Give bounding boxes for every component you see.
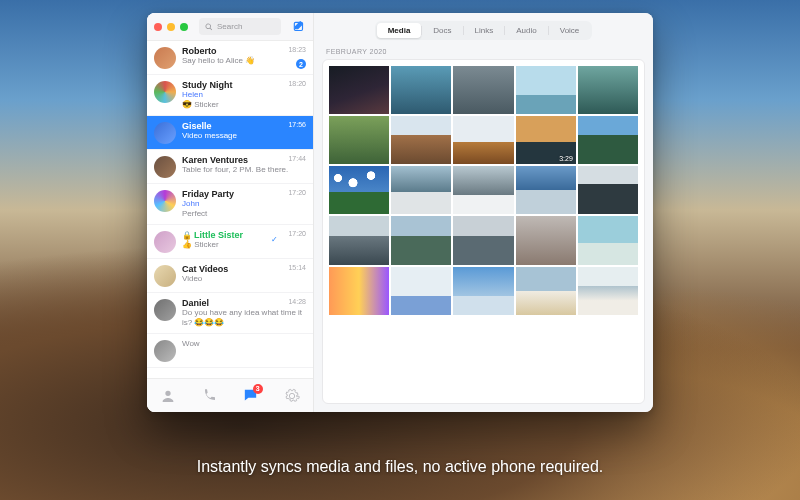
chat-list[interactable]: RobertoSay hello to Alice 👋18:232Study N… (147, 41, 313, 378)
media-thumbnail[interactable] (453, 116, 513, 164)
media-thumbnail[interactable] (453, 66, 513, 114)
media-thumbnail[interactable] (516, 66, 576, 114)
media-thumbnail[interactable] (329, 267, 389, 315)
tab-calls[interactable] (199, 386, 219, 406)
media-thumbnail[interactable] (329, 166, 389, 214)
chat-item[interactable]: RobertoSay hello to Alice 👋18:232 (147, 41, 313, 75)
compose-button[interactable] (292, 20, 306, 34)
media-thumbnail[interactable] (578, 216, 638, 264)
chat-time: 14:28 (288, 298, 306, 305)
media-thumbnail[interactable]: 3:29 (516, 116, 576, 164)
video-duration: 3:29 (559, 155, 573, 162)
media-type-tabs: MediaDocsLinksAudioVoice (314, 13, 653, 46)
media-thumbnail[interactable] (453, 216, 513, 264)
search-placeholder: Search (217, 22, 242, 31)
titlebar: Search (147, 13, 313, 41)
desktop-wallpaper: Search RobertoSay hello to Alice 👋18:232… (0, 0, 800, 500)
chat-name: Cat Videos (182, 264, 306, 274)
window-minimize-button[interactable] (167, 23, 175, 31)
chat-preview: JohnPerfect (182, 199, 306, 219)
media-tab-audio[interactable]: Audio (505, 23, 547, 38)
media-thumbnail[interactable] (391, 66, 451, 114)
chat-preview: Video message (182, 131, 306, 141)
avatar (154, 190, 176, 212)
app-window: Search RobertoSay hello to Alice 👋18:232… (147, 13, 653, 412)
avatar (154, 81, 176, 103)
content-pane: MediaDocsLinksAudioVoice FEBRUARY 2020 3… (314, 13, 653, 412)
chat-name: Roberto (182, 46, 306, 56)
avatar (154, 299, 176, 321)
chat-name: Friday Party (182, 189, 306, 199)
tab-chats[interactable]: 3 (241, 386, 261, 406)
chat-time: 18:23 (288, 46, 306, 53)
window-close-button[interactable] (154, 23, 162, 31)
chat-name: Study Night (182, 80, 306, 90)
chat-time: 17:56 (288, 121, 306, 128)
media-thumbnail[interactable] (516, 216, 576, 264)
media-thumbnail[interactable] (578, 267, 638, 315)
media-tab-docs[interactable]: Docs (422, 23, 462, 38)
media-thumbnail[interactable] (329, 66, 389, 114)
chat-name: Daniel (182, 298, 306, 308)
chat-time: 18:20 (288, 80, 306, 87)
media-thumbnail[interactable] (453, 166, 513, 214)
chat-name: Giselle (182, 121, 306, 131)
bottom-tab-bar: 3 (147, 378, 313, 412)
chat-item[interactable]: Wow (147, 334, 313, 368)
avatar (154, 340, 176, 362)
unread-badge: 2 (296, 59, 306, 69)
media-thumbnail[interactable] (516, 267, 576, 315)
chat-time: 15:14 (288, 264, 306, 271)
search-icon (205, 23, 213, 31)
chat-preview: Video (182, 274, 306, 284)
media-grid-container: 3:29 (322, 59, 645, 404)
chat-preview: Helen😎 Sticker (182, 90, 306, 110)
sidebar: Search RobertoSay hello to Alice 👋18:232… (147, 13, 314, 412)
chat-time: ✓17:20 (288, 230, 306, 237)
media-thumbnail[interactable] (578, 66, 638, 114)
media-thumbnail[interactable] (391, 116, 451, 164)
chat-preview: Say hello to Alice 👋 (182, 56, 306, 66)
media-date-header: FEBRUARY 2020 (314, 46, 653, 59)
chat-preview: Wow (182, 339, 306, 349)
media-thumbnail[interactable] (391, 216, 451, 264)
chat-name: Karen Ventures (182, 155, 306, 165)
media-thumbnail[interactable] (578, 116, 638, 164)
media-thumbnail[interactable] (453, 267, 513, 315)
chat-item[interactable]: Cat VideosVideo15:14 (147, 259, 313, 293)
chat-preview: 👍 Sticker (182, 240, 306, 250)
avatar (154, 156, 176, 178)
media-thumbnail[interactable] (578, 166, 638, 214)
media-tab-media[interactable]: Media (377, 23, 422, 38)
chat-item[interactable]: DanielDo you have any idea what time it … (147, 293, 313, 334)
tab-contacts[interactable] (158, 386, 178, 406)
media-tab-links[interactable]: Links (464, 23, 505, 38)
lock-icon: 🔒 (182, 231, 192, 240)
chat-name: 🔒Little Sister (182, 230, 306, 240)
media-thumbnail[interactable] (329, 216, 389, 264)
media-grid: 3:29 (329, 66, 638, 315)
promo-caption: Instantly syncs media and files, no acti… (0, 458, 800, 476)
avatar (154, 231, 176, 253)
chat-item[interactable]: Karen VenturesTable for four, 2 PM. Be t… (147, 150, 313, 184)
tab-settings[interactable] (282, 386, 302, 406)
media-thumbnail[interactable] (516, 166, 576, 214)
media-tab-voice[interactable]: Voice (549, 23, 591, 38)
chat-time: 17:44 (288, 155, 306, 162)
chat-time: 17:20 (288, 189, 306, 196)
chat-preview: Table for four, 2 PM. Be there. (182, 165, 306, 175)
chat-item[interactable]: 🔒Little Sister👍 Sticker✓17:20 (147, 225, 313, 259)
media-thumbnail[interactable] (329, 116, 389, 164)
chat-item[interactable]: Friday PartyJohnPerfect17:20 (147, 184, 313, 225)
chat-item[interactable]: Study NightHelen😎 Sticker18:20 (147, 75, 313, 116)
search-input[interactable]: Search (199, 18, 281, 35)
chat-preview: Do you have any idea what time it is? 😂😂… (182, 308, 306, 328)
avatar (154, 265, 176, 287)
media-thumbnail[interactable] (391, 166, 451, 214)
media-thumbnail[interactable] (391, 267, 451, 315)
chats-unread-badge: 3 (253, 384, 263, 394)
avatar (154, 122, 176, 144)
chat-item[interactable]: GiselleVideo message17:56 (147, 116, 313, 150)
avatar (154, 47, 176, 69)
window-zoom-button[interactable] (180, 23, 188, 31)
